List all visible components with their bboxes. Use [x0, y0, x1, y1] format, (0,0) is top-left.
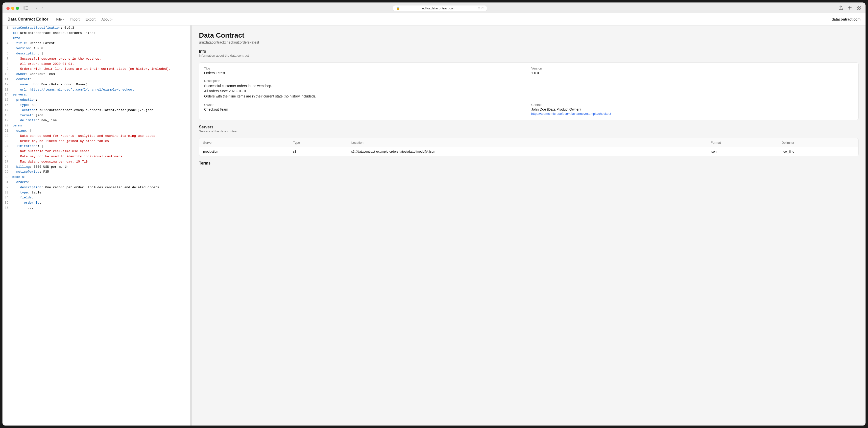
share-button[interactable]: [838, 5, 844, 11]
browser-titlebar: ‹ › 🔒 editor.datacontract.com ⊞ ↺: [6, 5, 862, 13]
line-content: info:: [12, 36, 188, 41]
line-number: 26: [4, 154, 12, 159]
cell-type: s3: [289, 147, 347, 156]
url-text: editor.datacontract.com: [401, 6, 476, 10]
line-number: 24: [4, 144, 12, 149]
address-bar-actions: ⊞ ↺: [478, 6, 484, 10]
editor-line: 20terms:: [2, 123, 190, 128]
import-menu[interactable]: Import: [67, 16, 83, 22]
line-content: format: json: [12, 113, 188, 118]
editor-line: 21 usage: |: [2, 128, 190, 133]
editor-line: 15 production:: [2, 97, 190, 103]
line-number: 12: [4, 82, 12, 87]
line-content: delimiter: new_line: [12, 118, 188, 123]
line-content: Data can be used for reports, analytics …: [12, 133, 188, 139]
editor-line: 5 version: 1.0.0: [2, 46, 190, 51]
editor-line: 22 Data can be used for reports, analyti…: [2, 133, 190, 139]
editor-line: 34 fields:: [2, 195, 190, 201]
line-number: 25: [4, 149, 12, 154]
line-content: Max data processing per day: 10 TiB: [12, 159, 188, 164]
close-button[interactable]: [6, 7, 10, 10]
info-grid: Title Orders Latest Version 1.0.0 Descri…: [204, 66, 854, 116]
col-delimiter: Delimiter: [778, 138, 858, 147]
line-number: 5: [4, 46, 12, 51]
site-link[interactable]: datacontract.com: [832, 17, 861, 21]
editor-panel[interactable]: 1dataContractSpecification: 0.9.32id: ur…: [2, 26, 190, 426]
info-section-title: Info: [199, 49, 859, 54]
line-number: 11: [4, 77, 12, 82]
line-content: dataContractSpecification: 0.9.3: [12, 26, 188, 31]
editor-line: 8 All orders since 2020-01-01.: [2, 62, 190, 67]
editor-line: 26 Data may not be used to identify indi…: [2, 154, 190, 159]
maximize-button[interactable]: [16, 7, 19, 10]
editor-line: 36 ...: [2, 206, 190, 211]
forward-button[interactable]: ›: [40, 5, 45, 11]
editor-line: 32 description: One record per order. In…: [2, 185, 190, 190]
editor-line: 31 orders:: [2, 180, 190, 185]
svg-rect-3: [26, 9, 28, 10]
title-field: Title Orders Latest: [204, 66, 526, 75]
owner-label: Owner: [204, 103, 526, 106]
editor-line: 16 type: s3: [2, 103, 190, 108]
refresh-icon[interactable]: ↺: [481, 6, 484, 10]
line-number: 16: [4, 103, 12, 108]
address-bar[interactable]: 🔒 editor.datacontract.com ⊞ ↺: [393, 5, 487, 11]
export-menu[interactable]: Export: [83, 16, 98, 22]
line-number: 2: [4, 31, 12, 36]
line-content: terms:: [12, 123, 188, 128]
line-number: 23: [4, 139, 12, 144]
editor-line: 12 name: John Doe (Data Product Owner): [2, 82, 190, 87]
svg-rect-5: [859, 6, 860, 7]
line-number: 14: [4, 92, 12, 97]
line-content: orders:: [12, 180, 188, 185]
cell-server: production: [199, 147, 289, 156]
preview-subtitle: urn:datacontract:checkout:orders-latest: [199, 40, 859, 44]
contact-label: Contact: [531, 103, 854, 106]
line-number: 21: [4, 128, 12, 133]
about-menu[interactable]: About ▾: [98, 16, 116, 22]
new-tab-button[interactable]: [847, 5, 852, 11]
svg-rect-1: [26, 6, 28, 7]
line-content: noticePeriod: P3M: [12, 170, 188, 175]
info-section: Info Information about the data contract: [199, 49, 859, 57]
line-content: limitations: |: [12, 144, 188, 149]
line-content: order_id:: [12, 201, 188, 206]
title-label: Title: [204, 66, 526, 70]
servers-table-header: Server Type Location Format Delimiter: [199, 138, 858, 147]
line-content: owner: Checkout Team: [12, 72, 188, 77]
line-content: models:: [12, 175, 188, 180]
line-number: 6: [4, 51, 12, 56]
line-number: 1: [4, 26, 12, 31]
line-content: id: urn:datacontract:checkout:orders-lat…: [12, 31, 188, 36]
line-content: Order may be linked and joined by other …: [12, 139, 188, 144]
back-button[interactable]: ‹: [34, 5, 39, 11]
line-content: contact:: [12, 77, 188, 82]
sidebar-toggle-button[interactable]: [22, 6, 29, 11]
file-chevron-icon: ▾: [63, 18, 64, 21]
version-field: Version 1.0.0: [531, 66, 854, 75]
line-number: 34: [4, 195, 12, 201]
contact-url[interactable]: https://teams.microsoft.com/l/channel/ex…: [531, 112, 611, 116]
minimize-button[interactable]: [11, 7, 14, 10]
servers-table: Server Type Location Format Delimiter pr…: [199, 138, 858, 156]
editor-line: 35 order_id:: [2, 201, 190, 206]
editor-line: 33 type: table: [2, 190, 190, 195]
line-number: 20: [4, 123, 12, 128]
editor-line: 6 description: |: [2, 51, 190, 56]
line-number: 35: [4, 201, 12, 206]
line-content: usage: |: [12, 128, 188, 133]
lock-icon: 🔒: [396, 6, 400, 10]
servers-section-title: Servers: [199, 125, 859, 129]
editor-line: 28 billing: 5000 USD per month: [2, 164, 190, 170]
line-number: 18: [4, 113, 12, 118]
editor-line: 19 delimiter: new_line: [2, 118, 190, 123]
line-number: 4: [4, 41, 12, 46]
editor-line: 9 Orders with their line items are in th…: [2, 66, 190, 72]
editor-line: 14servers:: [2, 92, 190, 97]
terms-section: Terms: [199, 161, 859, 165]
editor-line: 23 Order may be linked and joined by oth…: [2, 139, 190, 144]
file-menu[interactable]: File ▾: [53, 16, 67, 22]
tabs-button[interactable]: [856, 5, 862, 11]
description-value: Successful customer orders in the websho…: [204, 83, 854, 99]
line-number: 36: [4, 206, 12, 211]
